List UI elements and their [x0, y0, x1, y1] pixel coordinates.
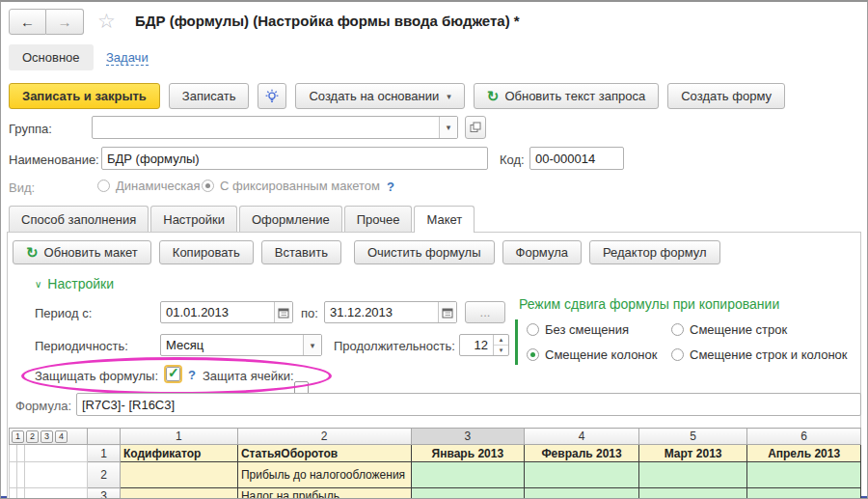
spreadsheet[interactable]: 1 2 3 4 1 2 3 4 5 6 [9, 428, 861, 499]
group-level-3-button[interactable]: 3 [41, 430, 53, 443]
table-row: 2 Прибыль до налогообложения [10, 462, 861, 488]
create-based-on-button[interactable]: Создать на основании ▾ [295, 83, 464, 109]
shift-radio-none[interactable]: Без смещения [527, 322, 629, 337]
kind-help-link[interactable]: ? [387, 180, 394, 194]
tab-settings[interactable]: Настройки [150, 206, 237, 232]
cell[interactable]: СтатьяОборотов [237, 445, 411, 462]
column-header-1[interactable]: 1 [120, 429, 237, 445]
row-header-3[interactable]: 3 [88, 488, 121, 499]
column-header-4[interactable]: 4 [525, 429, 639, 445]
shift-radio-rows[interactable]: Смещение строк [671, 322, 787, 337]
row-header-2[interactable]: 2 [88, 462, 121, 488]
cell[interactable]: Апрель 2013 [747, 445, 861, 462]
group-dropdown-button[interactable]: ▾ [439, 117, 457, 138]
cell[interactable] [411, 462, 525, 488]
shift-radio-rows-label: Смещение строк [690, 322, 787, 337]
periodicity-dropdown-button[interactable]: ▾ [303, 335, 321, 355]
radio-icon [671, 323, 684, 336]
cell[interactable] [638, 488, 746, 499]
settings-section-header[interactable]: ∨ Настройки [35, 276, 114, 291]
periodicity-select[interactable]: ▾ [160, 334, 322, 356]
group-input[interactable] [93, 117, 439, 138]
calendar-icon [278, 307, 289, 319]
shift-radio-columns[interactable]: Смещение колонок [527, 347, 657, 362]
group-level-4-button[interactable]: 4 [55, 430, 68, 443]
table-row: 3 Налог на прибыль [10, 488, 861, 499]
kind-radio-dynamic-label: Динамическая [116, 179, 200, 193]
kind-radio-fixed[interactable]: С фиксированным макетом [202, 179, 380, 193]
radio-icon [97, 180, 110, 192]
tab-layout[interactable]: Макет [414, 206, 475, 233]
formula-editor-button[interactable]: Редактор формул [589, 240, 720, 264]
nav-tab-main[interactable]: Основное [9, 44, 94, 70]
chevron-down-icon: ▾ [447, 123, 451, 132]
save-close-button[interactable]: Записать и закрыть [9, 83, 160, 109]
create-form-button[interactable]: Создать форму [667, 83, 785, 109]
column-header-6[interactable]: 6 [747, 429, 861, 445]
cell[interactable]: Прибыль до налогообложения [237, 462, 411, 488]
refresh-layout-label: Обновить макет [44, 245, 138, 260]
tab-other[interactable]: Прочее [344, 206, 413, 232]
spinner-up-button[interactable]: ▴ [494, 335, 508, 346]
cell[interactable] [525, 488, 639, 499]
period-from-calendar-button[interactable] [274, 302, 292, 322]
period-more-button[interactable]: ... [465, 301, 505, 323]
cell[interactable] [747, 488, 861, 499]
cell[interactable] [525, 462, 639, 488]
cell[interactable]: Март 2013 [638, 445, 746, 462]
nav-link-tasks[interactable]: Задачи [106, 50, 149, 66]
cell[interactable]: Февраль 2013 [525, 445, 639, 462]
open-form-icon [470, 122, 481, 133]
tab-fill-method[interactable]: Способ заполнения [9, 206, 149, 232]
group-strip-cell [10, 462, 17, 488]
name-input[interactable] [102, 148, 487, 169]
duration-input[interactable] [460, 335, 493, 355]
period-from-input[interactable] [161, 302, 274, 322]
shift-radio-rows-columns[interactable]: Смещение строк и колонок [671, 347, 848, 362]
favorite-star-icon[interactable]: ☆ [97, 10, 116, 33]
period-to-calendar-button[interactable] [438, 302, 456, 322]
refresh-layout-button[interactable]: ↻ Обновить макет [13, 240, 151, 264]
tab-appearance[interactable]: Оформление [239, 206, 342, 232]
shift-mode-group-bar [515, 319, 518, 365]
cell[interactable]: Кодификатор [120, 445, 237, 462]
cell[interactable] [120, 488, 237, 499]
cell[interactable] [120, 462, 237, 488]
paste-button[interactable]: Вставить [261, 240, 341, 264]
kind-radio-dynamic[interactable]: Динамическая [97, 179, 200, 193]
clear-formulas-button[interactable]: Очистить формулы [354, 240, 495, 264]
column-header-3[interactable]: 3 [411, 429, 525, 445]
group-level-1-button[interactable]: 1 [12, 430, 24, 443]
period-to-input[interactable] [325, 302, 438, 322]
history-nav: ← → [9, 9, 84, 35]
cell[interactable]: Январь 2013 [411, 445, 525, 462]
explain-button[interactable] [258, 83, 286, 109]
code-input[interactable] [530, 148, 623, 169]
row-header-1[interactable]: 1 [88, 445, 121, 462]
settings-section-title: Настройки [47, 276, 114, 291]
cell[interactable]: Налог на прибыль [237, 488, 411, 499]
group-open-button[interactable] [465, 116, 486, 139]
protect-formulas-help-link[interactable]: ? [188, 368, 196, 382]
protect-formulas-checkbox[interactable] [166, 367, 180, 381]
formula-input[interactable] [77, 394, 860, 415]
radio-icon [527, 323, 539, 336]
refresh-query-button[interactable]: ↻ Обновить текст запроса [474, 83, 659, 109]
cell[interactable] [638, 462, 746, 488]
back-button[interactable]: ← [9, 9, 46, 35]
forward-button[interactable]: → [46, 9, 84, 35]
periodicity-input[interactable] [161, 335, 303, 355]
group-level-2-button[interactable]: 2 [26, 430, 39, 443]
group-area-cell [24, 445, 87, 462]
cell[interactable] [747, 462, 861, 488]
cell[interactable] [411, 488, 525, 499]
column-header-2[interactable]: 2 [237, 429, 411, 445]
spinner-down-button[interactable]: ▾ [494, 346, 508, 355]
copy-button[interactable]: Копировать [159, 240, 254, 264]
radio-icon [527, 348, 539, 361]
formula-button[interactable]: Формула [502, 240, 582, 264]
save-button[interactable]: Записать [169, 83, 250, 109]
tab-strip: Способ заполнения Настройки Оформление П… [9, 206, 475, 233]
page-title: БДР (формулы) (Настройка формы ввода бюд… [135, 13, 520, 29]
column-header-5[interactable]: 5 [638, 429, 746, 445]
